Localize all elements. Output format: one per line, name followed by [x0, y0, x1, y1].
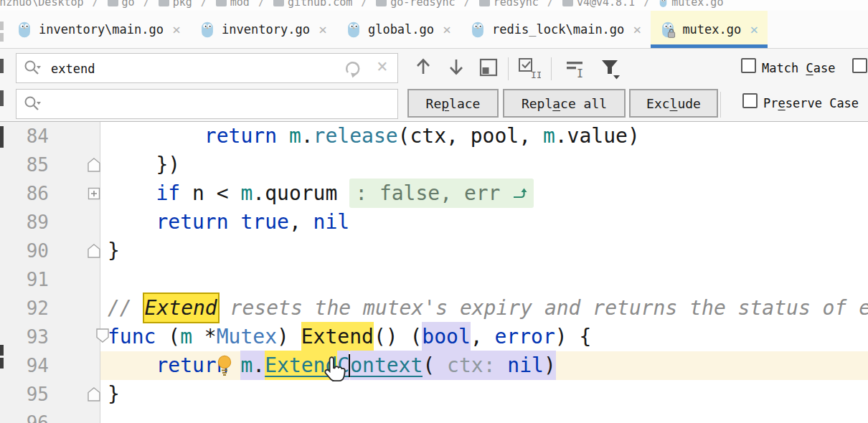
- gutter: 94: [0, 351, 100, 380]
- code-text: }): [100, 151, 868, 179]
- filter-icon[interactable]: [600, 57, 623, 83]
- code-token: () (: [374, 325, 422, 348]
- replace-field[interactable]: [16, 89, 398, 119]
- editor-tab[interactable]: redis_lock\main.go×: [461, 11, 651, 48]
- gutter: 92: [0, 294, 100, 323]
- gutter: 95: [0, 380, 100, 409]
- breadcrumb-item[interactable]: mod: [216, 0, 250, 9]
- search-in-selection-icon[interactable]: I: [565, 59, 585, 82]
- toolbar-separator: [551, 57, 552, 80]
- code-token: if: [156, 181, 192, 205]
- match-case-checkbox[interactable]: [741, 58, 756, 73]
- go-gopher-icon: [660, 21, 676, 39]
- gutter: 93: [0, 323, 100, 351]
- tab-close-icon[interactable]: ×: [633, 21, 641, 38]
- breadcrumb-label: go: [122, 0, 135, 9]
- preserve-case-checkbox[interactable]: [742, 93, 758, 108]
- clipped-stripe-icon: [0, 90, 4, 106]
- editor-tab[interactable]: global.go×: [336, 11, 461, 48]
- unfold-plus-icon[interactable]: [88, 186, 100, 201]
- fold-end-icon[interactable]: [88, 244, 100, 258]
- breadcrumb-separator: /: [361, 0, 367, 9]
- code-editor[interactable]: 84 return m.release(ctx, pool, m.value)8…: [0, 122, 868, 423]
- fold-end-icon[interactable]: [88, 158, 100, 172]
- clipped-stripe-icon: [0, 22, 4, 30]
- line-number: 91: [0, 265, 49, 294]
- words-checkbox[interactable]: [852, 58, 867, 73]
- code-token: bool: [422, 322, 470, 351]
- code-token: Mutex: [217, 325, 277, 348]
- breadcrumb-item[interactable]: go-redsync: [376, 0, 455, 9]
- folded-region[interactable]: [512, 179, 534, 208]
- code-token: ,: [471, 325, 495, 348]
- svg-text:I: I: [577, 67, 583, 79]
- match-case-label[interactable]: Match Case: [762, 61, 835, 75]
- editor-tab[interactable]: mutex.go×: [651, 11, 768, 48]
- breadcrumb-item[interactable]: github.com: [273, 0, 352, 9]
- editor-tab[interactable]: inventory.go×: [190, 11, 336, 48]
- search-field[interactable]: ×: [16, 53, 398, 83]
- code-token: nil: [507, 351, 544, 380]
- code-token: n <: [192, 181, 240, 205]
- tab-close-icon[interactable]: ×: [172, 21, 181, 38]
- code-token: .value): [555, 124, 640, 148]
- go-gopher-icon: [16, 21, 32, 39]
- breadcrumb-item[interactable]: redsync: [479, 0, 539, 9]
- preserve-case-label[interactable]: Preserve Case: [763, 96, 859, 110]
- open-in-find-window-icon[interactable]: [479, 58, 498, 80]
- exclude-button[interactable]: Exclude: [629, 89, 718, 118]
- breadcrumb-separator: /: [464, 0, 471, 9]
- folder-icon: [159, 0, 169, 6]
- tab-close-icon[interactable]: ×: [750, 21, 758, 38]
- code-line-89: 89 return true, nil: [0, 208, 868, 237]
- folder-icon: [376, 0, 387, 6]
- code-token: error: [495, 325, 555, 348]
- go-gopher-icon: [199, 21, 215, 39]
- breadcrumb-label: mutex.go: [671, 0, 723, 9]
- line-number: 90: [0, 237, 49, 265]
- breadcrumb-item[interactable]: kanminzhuo\Desktop: [0, 0, 84, 9]
- ide-window: kanminzhuo\Desktop/go/pkg/mod/github.com…: [0, 0, 868, 423]
- editor-tab[interactable]: inventory\main.go×: [7, 11, 190, 48]
- folded-region[interactable]: : false, err: [349, 179, 512, 208]
- line-number: 92: [0, 294, 49, 323]
- breadcrumb-item[interactable]: pkg: [159, 0, 192, 9]
- code-token: .: [253, 351, 265, 380]
- replace-button[interactable]: Replace: [407, 89, 499, 118]
- clear-search-icon[interactable]: ×: [377, 55, 388, 77]
- code-link-extendcontext[interactable]: ontext: [350, 351, 423, 380]
- breadcrumb-item[interactable]: v4@v4.8.1: [562, 0, 635, 9]
- breadcrumb-separator: /: [143, 0, 150, 9]
- breadcrumb-separator: /: [258, 0, 265, 9]
- clipped-stripe-icon: [0, 33, 4, 42]
- code-text: if n < m.quorum : false, err: [100, 179, 868, 208]
- newline-icon[interactable]: [342, 59, 362, 82]
- tab-label: inventory\main.go: [39, 22, 164, 37]
- code-token: func: [108, 325, 168, 348]
- breadcrumb-label: go-redsync: [390, 0, 455, 9]
- next-occurrence-button[interactable]: [446, 56, 466, 80]
- gutter: 85: [0, 151, 100, 179]
- code-token: true: [240, 210, 288, 234]
- breadcrumb-label: v4@v4.8.1: [577, 0, 635, 9]
- tab-close-icon[interactable]: ×: [319, 21, 327, 38]
- clipped-stripe-icon: [0, 358, 4, 369]
- editor-tab-bar: inventory\main.go× inventory.go× global.…: [0, 11, 868, 49]
- breadcrumb-item[interactable]: go: [108, 0, 135, 9]
- code-line-86: 86 if n < m.quorum : false, err: [0, 179, 868, 208]
- search-input[interactable]: [49, 54, 332, 84]
- replace-input[interactable]: [49, 90, 332, 120]
- line-number: 85: [0, 151, 49, 179]
- breadcrumb-separator: /: [547, 0, 554, 9]
- tab-close-icon[interactable]: ×: [443, 21, 451, 38]
- code-token: ctx:: [435, 351, 507, 380]
- replace-all-button[interactable]: Replace all: [503, 89, 626, 118]
- previous-occurrence-button[interactable]: [413, 56, 433, 80]
- breadcrumb-label: redsync: [494, 0, 539, 9]
- breadcrumb-item[interactable]: mutex.go: [659, 0, 723, 9]
- fold-end-icon[interactable]: [88, 387, 100, 401]
- search-icon[interactable]: [23, 59, 43, 82]
- code-token: (: [423, 351, 435, 380]
- replace-search-icon[interactable]: [23, 95, 43, 118]
- select-all-occurrences-icon[interactable]: II: [518, 57, 541, 83]
